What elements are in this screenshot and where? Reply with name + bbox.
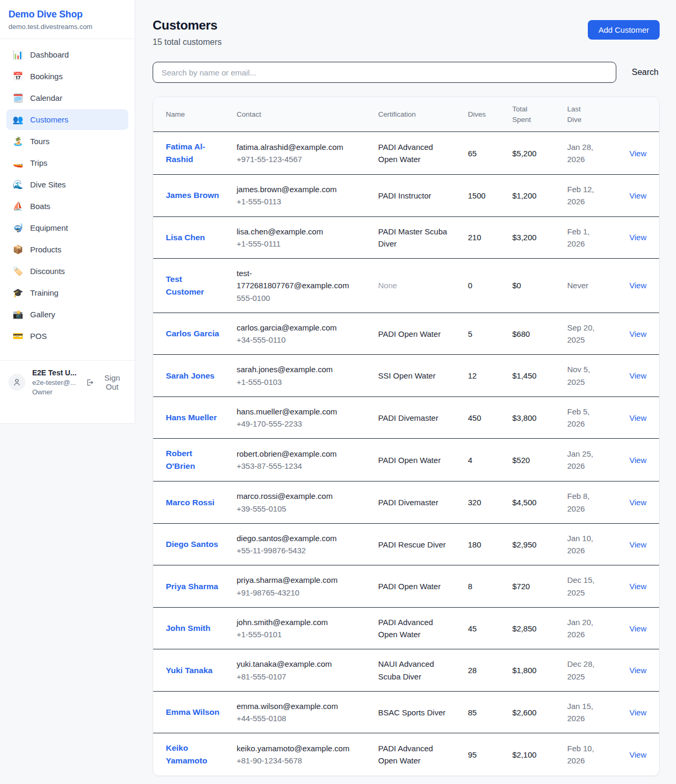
graduation-cap-icon: 🎓 bbox=[13, 288, 23, 298]
user-name: E2E Test U... bbox=[32, 369, 79, 377]
camera-icon: 📸 bbox=[13, 309, 23, 319]
customer-certification: PADI Advanced Open Water bbox=[372, 132, 462, 175]
customer-name-link[interactable]: Diego Santos bbox=[166, 540, 218, 549]
customer-name-link[interactable]: Priya Sharma bbox=[166, 582, 218, 591]
customer-dives: 8 bbox=[462, 565, 506, 608]
avatar bbox=[8, 374, 25, 391]
view-link[interactable]: View bbox=[630, 413, 646, 422]
customer-name-link[interactable]: Marco Rossi bbox=[166, 498, 214, 507]
sidebar-item-customers[interactable]: 👥 Customers bbox=[6, 109, 128, 130]
customer-name-link[interactable]: Fatima Al-Rashid bbox=[166, 142, 205, 164]
customer-last-dive: Feb 8, 2026 bbox=[561, 481, 621, 524]
customer-name-cell: Priya Sharma bbox=[153, 565, 230, 608]
customer-contact-cell: hans.mueller@example.com +49-170-555-223… bbox=[230, 396, 372, 439]
customer-contact-cell: james.brown@example.com +1-555-0113 bbox=[230, 175, 372, 217]
customer-name-cell: Hans Mueller bbox=[153, 396, 230, 439]
view-link[interactable]: View bbox=[630, 624, 646, 633]
customer-last-dive: Never bbox=[561, 259, 621, 313]
sidebar-item-pos[interactable]: 💳 POS bbox=[6, 326, 128, 346]
customer-name-cell: Test Customer bbox=[153, 259, 230, 313]
column-header-total-spent: Total Spent bbox=[506, 97, 561, 132]
customer-total-spent: $1,200 bbox=[506, 175, 561, 217]
sidebar-item-equipment[interactable]: 🤿 Equipment bbox=[6, 218, 128, 238]
customer-dives: 65 bbox=[462, 132, 506, 175]
customer-last-dive: Jan 28, 2026 bbox=[561, 132, 621, 175]
view-link[interactable]: View bbox=[630, 540, 646, 549]
view-link[interactable]: View bbox=[630, 149, 646, 158]
customer-name-link[interactable]: James Brown bbox=[166, 191, 219, 200]
customer-name-cell: Diego Santos bbox=[153, 523, 230, 565]
customer-email: hans.mueller@example.com bbox=[237, 405, 363, 418]
customer-certification: SSI Open Water bbox=[372, 355, 462, 397]
shop-domain: demo.test.divestreams.com bbox=[8, 23, 126, 31]
sidebar-item-boats[interactable]: ⛵ Boats bbox=[6, 196, 128, 216]
customer-dives: 12 bbox=[462, 355, 506, 397]
customer-total-spent: $2,950 bbox=[506, 523, 561, 565]
customer-name-link[interactable]: Lisa Chen bbox=[166, 233, 205, 242]
sidebar-item-gallery[interactable]: 📸 Gallery bbox=[6, 304, 128, 325]
table-row: Priya Sharma priya.sharma@example.com +9… bbox=[153, 565, 659, 608]
spiral-calendar-icon: 🗓️ bbox=[13, 93, 23, 103]
customer-dives: 210 bbox=[462, 216, 506, 259]
view-link[interactable]: View bbox=[630, 582, 646, 591]
customer-name-cell: Marco Rossi bbox=[153, 481, 230, 524]
customer-phone: +1-555-0111 bbox=[237, 238, 363, 250]
table-row: Lisa Chen lisa.chen@example.com +1-555-0… bbox=[153, 216, 659, 259]
table-row: Fatima Al-Rashid fatima.alrashid@example… bbox=[153, 132, 659, 175]
customer-name-link[interactable]: Yuki Tanaka bbox=[166, 666, 212, 675]
sidebar-item-calendar[interactable]: 🗓️ Calendar bbox=[6, 88, 128, 108]
view-link[interactable]: View bbox=[630, 191, 646, 200]
customer-name-cell: Fatima Al-Rashid bbox=[153, 132, 230, 175]
customer-phone: +55-11-99876-5432 bbox=[237, 544, 363, 556]
customer-certification: PADI Divemaster bbox=[372, 396, 462, 439]
view-link[interactable]: View bbox=[630, 371, 646, 380]
customer-name-link[interactable]: Carlos Garcia bbox=[166, 329, 219, 338]
customer-phone: +44-555-0108 bbox=[237, 712, 363, 724]
customer-name-link[interactable]: Sarah Jones bbox=[166, 371, 214, 380]
customer-email: diego.santos@example.com bbox=[237, 532, 363, 544]
add-customer-button[interactable]: Add Customer bbox=[588, 20, 660, 40]
sidebar-item-products[interactable]: 📦 Products bbox=[6, 239, 128, 260]
customer-certification: PADI Advanced Open Water bbox=[372, 733, 462, 776]
customer-name-link[interactable]: Robert O'Brien bbox=[166, 449, 195, 470]
view-link[interactable]: View bbox=[630, 233, 646, 242]
customer-name-cell: Robert O'Brien bbox=[153, 439, 230, 481]
column-header-last-dive: Last Dive bbox=[561, 97, 621, 132]
view-link[interactable]: View bbox=[630, 498, 646, 507]
customer-contact-cell: keiko.yamamoto@example.com +81-90-1234-5… bbox=[230, 733, 372, 776]
view-link[interactable]: View bbox=[630, 329, 646, 338]
customer-actions-cell: View bbox=[621, 175, 659, 217]
sidebar-nav: 📊 Dashboard 📅 Bookings 🗓️ Calendar 👥 Cus… bbox=[0, 39, 135, 353]
search-button[interactable]: Search bbox=[631, 63, 660, 81]
customer-name-link[interactable]: Hans Mueller bbox=[166, 413, 217, 422]
customer-certification: PADI Master Scuba Diver bbox=[372, 216, 462, 259]
view-link[interactable]: View bbox=[630, 666, 646, 675]
customer-name-link[interactable]: Test Customer bbox=[166, 275, 204, 296]
customer-certification: PADI Advanced Open Water bbox=[372, 607, 462, 649]
search-input[interactable] bbox=[153, 62, 616, 83]
view-link[interactable]: View bbox=[630, 708, 646, 717]
sidebar-item-discounts[interactable]: 🏷️ Discounts bbox=[6, 261, 128, 281]
sign-out-button[interactable]: Sign Out bbox=[86, 373, 126, 391]
sidebar-item-dive-sites[interactable]: 🌊 Dive Sites bbox=[6, 174, 128, 195]
customer-phone: +81-90-1234-5678 bbox=[237, 754, 363, 767]
table-row: Marco Rossi marco.rossi@example.com +39-… bbox=[153, 481, 659, 524]
customer-certification: PADI Open Water bbox=[372, 565, 462, 608]
sidebar-item-training[interactable]: 🎓 Training bbox=[6, 282, 128, 303]
sidebar-item-bookings[interactable]: 📅 Bookings bbox=[6, 66, 128, 87]
sidebar-item-trips[interactable]: 🚤 Trips bbox=[6, 153, 128, 173]
customer-dives: 180 bbox=[462, 523, 506, 565]
column-header-actions bbox=[621, 97, 659, 132]
column-header-certification: Certification bbox=[372, 97, 462, 132]
view-link[interactable]: View bbox=[630, 456, 646, 465]
view-link[interactable]: View bbox=[630, 750, 646, 759]
customer-name-link[interactable]: Emma Wilson bbox=[166, 707, 220, 716]
view-link[interactable]: View bbox=[630, 281, 646, 290]
customer-last-dive: Jan 20, 2026 bbox=[561, 607, 621, 649]
customer-last-dive: Feb 1, 2026 bbox=[561, 216, 621, 259]
sidebar-item-dashboard[interactable]: 📊 Dashboard bbox=[6, 44, 128, 65]
credit-card-icon: 💳 bbox=[13, 331, 23, 341]
sidebar-item-tours[interactable]: 🏝️ Tours bbox=[6, 131, 128, 152]
customer-name-link[interactable]: John Smith bbox=[166, 624, 210, 632]
customer-name-link[interactable]: Keiko Yamamoto bbox=[166, 743, 207, 765]
